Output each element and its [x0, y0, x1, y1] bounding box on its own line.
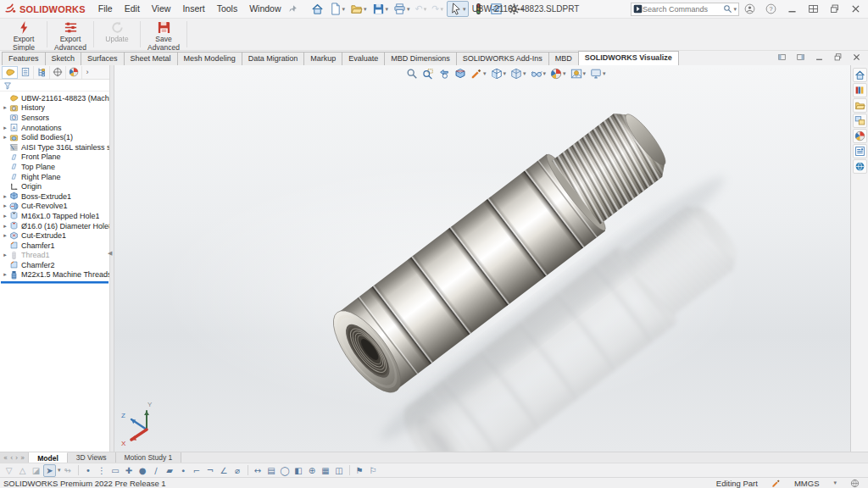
close-button[interactable] — [849, 3, 863, 15]
tab-surfaces[interactable]: Surfaces — [81, 52, 125, 65]
sketch-point-icon[interactable]: • — [82, 464, 95, 477]
restore-button[interactable] — [827, 3, 842, 15]
flyout-expand-icon[interactable]: › — [82, 66, 92, 79]
zoom-to-area-button[interactable] — [421, 67, 435, 80]
circle-tool-icon[interactable]: ◯ — [279, 464, 292, 477]
tree-item-right-plane[interactable]: Right Plane — [0, 172, 109, 182]
menu-insert[interactable]: Insert — [176, 0, 210, 18]
caret-down-icon[interactable]: ▾ — [563, 70, 566, 77]
export-advanced-button[interactable]: Export Advanced — [48, 19, 92, 50]
units-label[interactable]: MMGS — [794, 479, 820, 488]
tree-item-ubw-21161-48823-machined[interactable]: UBW-21161-48823 (Machined) — [0, 93, 109, 103]
select-arrow-icon[interactable]: ➤ — [43, 464, 56, 477]
menu-view[interactable]: View — [146, 0, 177, 18]
snap-point-icon[interactable]: ∙ — [177, 464, 190, 477]
tree-item-cut-revolve1[interactable]: ▸Cut-Revolve1 — [0, 202, 109, 212]
doc-pane-right-button[interactable] — [794, 52, 807, 63]
pin-menubar-icon[interactable] — [287, 4, 298, 14]
search-caret-icon[interactable]: ▾ — [733, 6, 737, 13]
appearances-scenes-button[interactable] — [853, 129, 867, 143]
caret-down-icon[interactable]: ▾ — [523, 70, 526, 77]
open-button[interactable]: ▾ — [348, 2, 369, 16]
tab-data-migration[interactable]: Data Migration — [242, 52, 305, 65]
tab-scroll-first-button[interactable]: « — [3, 454, 8, 462]
user-profile-button[interactable] — [743, 3, 757, 15]
caret-down-icon[interactable]: ▾ — [386, 6, 389, 13]
menu-edit[interactable]: Edit — [119, 0, 146, 18]
horizontal-dimension-icon[interactable]: ↔ — [252, 464, 264, 477]
tab-mesh-modeling[interactable]: Mesh Modeling — [177, 52, 242, 65]
view-orientation-button[interactable]: ▾ — [490, 67, 508, 80]
file-explorer-button[interactable] — [853, 98, 867, 113]
tab-mbd-dimensions[interactable]: MBD Dimensions — [384, 52, 457, 65]
tree-item-origin[interactable]: Origin — [0, 181, 109, 191]
part-model-ubw-21161-48823[interactable] — [114, 65, 850, 452]
centerline-icon[interactable]: ⋮ — [96, 464, 108, 477]
hide-show-items-button[interactable]: ▾ — [530, 67, 548, 80]
doc-minimize-button[interactable] — [813, 52, 826, 63]
menu-file[interactable]: File — [92, 0, 119, 18]
mirror-entities-icon[interactable]: ◫ — [333, 464, 346, 477]
tree-item-thread1[interactable]: ▸Thread1 — [0, 251, 109, 261]
tree-item-chamfer2[interactable]: Chamfer2 — [0, 260, 109, 270]
tab-mbd[interactable]: MBD — [548, 52, 579, 65]
new-document-button[interactable]: ▾ — [327, 2, 348, 16]
search-commands-box[interactable]: ▾ — [631, 3, 739, 16]
rollback-bar[interactable] — [1, 281, 108, 283]
tree-item-aisi-type-316l-stainless-steel[interactable]: AISI Type 316L stainless steel — [0, 142, 109, 152]
caret-down-icon[interactable]: ▾ — [603, 70, 606, 77]
tree-item-annotations[interactable]: ▸AAnnotations — [0, 123, 109, 133]
help-button[interactable]: ? — [764, 3, 778, 15]
tree-item-16-0-16-diameter-hole8[interactable]: ▸Ø16.0 (16) Diameter Hole8 — [0, 221, 109, 231]
tab-evaluate[interactable]: Evaluate — [342, 52, 385, 65]
menu-tools[interactable]: Tools — [211, 0, 244, 18]
print-button[interactable]: ▾ — [392, 2, 412, 16]
tab-markup[interactable]: Markup — [303, 52, 342, 65]
relations-icon[interactable]: ⊕ — [306, 464, 319, 477]
view-settings-button[interactable]: ▾ — [589, 67, 607, 80]
tab-sketch[interactable]: Sketch — [45, 52, 82, 65]
caret-down-icon[interactable]: ▾ — [504, 70, 507, 77]
tab-3d-views[interactable]: 3D Views — [68, 452, 116, 463]
apply-scene-button[interactable]: ▾ — [570, 67, 587, 80]
layout-button[interactable] — [806, 3, 821, 15]
caret-down-icon[interactable]: ▾ — [407, 6, 410, 13]
tab-scroll-last-button[interactable]: » — [19, 454, 25, 462]
tab-sheet-metal[interactable]: Sheet Metal — [124, 52, 178, 65]
previous-view-button[interactable] — [437, 67, 451, 80]
tree-item-boss-extrude1[interactable]: ▸Boss-Extrude1 — [0, 191, 109, 202]
selection-filter-icon[interactable]: ▽ — [3, 464, 15, 477]
tree-item-solid-bodies-1[interactable]: ▸Solid Bodies(1) — [0, 132, 109, 142]
caret-down-icon[interactable]: ▾ — [342, 6, 346, 13]
tab-model[interactable]: Model — [29, 452, 68, 463]
tree-item-cut-extrude1[interactable]: ▸Cut-Extrude1 — [0, 230, 109, 241]
caret-down-icon[interactable]: ▾ — [58, 467, 61, 474]
caret-down-icon[interactable]: ▾ — [364, 6, 367, 13]
filter-edges-icon[interactable]: △ — [16, 464, 29, 477]
tree-filter-row[interactable] — [0, 80, 109, 92]
edit-appearance-button[interactable]: ▾ — [549, 67, 567, 80]
globe-icon[interactable] — [850, 479, 860, 488]
3dexperience-button[interactable] — [853, 159, 867, 174]
diameter-dimension-icon[interactable]: ⌀ — [231, 464, 244, 477]
lasso-select-icon[interactable]: ↬ — [62, 464, 75, 477]
view-palette-button[interactable] — [853, 114, 867, 128]
doc-restore-button[interactable] — [832, 52, 844, 63]
caret-down-icon[interactable]: ▾ — [483, 70, 487, 77]
expand-arrow-icon[interactable]: ▸ — [2, 271, 8, 278]
tab-features[interactable]: Features — [2, 52, 46, 65]
export-simple-button[interactable]: Export Simple — [2, 19, 46, 50]
display-style-button[interactable]: ▾ — [509, 67, 527, 80]
flag-end-icon[interactable]: ⚐ — [367, 464, 380, 477]
move-entities-icon[interactable]: ✚ — [123, 464, 136, 477]
graphics-area[interactable]: ▾▾▾▾▾▾▾ Y Z X — [114, 65, 850, 452]
tree-item-sensors[interactable]: Sensors — [0, 113, 109, 123]
tree-item-front-plane[interactable]: Front Plane — [0, 152, 109, 163]
sketch-angle-icon[interactable]: ∠ — [218, 464, 231, 477]
configurationmanager-tab[interactable] — [34, 66, 50, 79]
filter-faces-icon[interactable]: ◪ — [30, 464, 42, 477]
minimize-button[interactable] — [785, 3, 799, 15]
design-library-button[interactable] — [853, 83, 867, 97]
caret-down-icon[interactable]: ▾ — [424, 6, 427, 13]
sphere-primitive-icon[interactable]: ● — [136, 464, 149, 477]
